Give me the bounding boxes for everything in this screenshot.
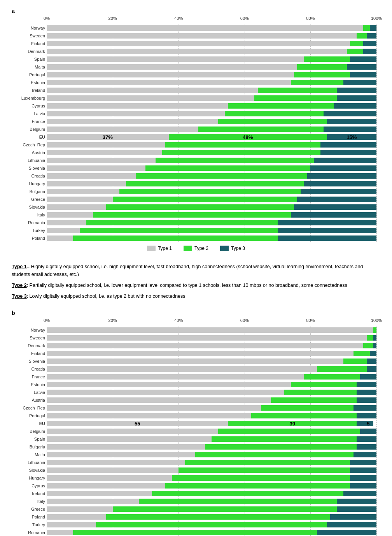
- bar-label-slovenia: Slovenia: [12, 166, 45, 170]
- description: Type 1= Highly digitally equipped school…: [12, 263, 380, 300]
- seg-type2: [343, 359, 366, 364]
- seg-type2: [317, 366, 366, 372]
- bar-row: Belgium: [47, 126, 376, 133]
- seg-type1: [47, 220, 86, 225]
- bar-label-estonia: Estonia: [12, 80, 45, 85]
- axis-b-100: 100%: [371, 318, 382, 323]
- bar-track: [47, 111, 376, 116]
- seg-type2: [178, 467, 350, 473]
- seg-type3: [363, 41, 376, 46]
- bar-label-belgium: Belgium: [12, 127, 45, 132]
- bar-row: Romania: [47, 219, 376, 226]
- seg-type1: [47, 95, 254, 101]
- bar-track: [47, 390, 376, 395]
- legend-type2: Type 2: [184, 246, 208, 251]
- seg-type2: [198, 127, 324, 132]
- bar-track: [47, 33, 376, 39]
- seg-type3: [360, 374, 376, 380]
- bar-label-finland: Finland: [12, 41, 45, 46]
- bar-row: Norway: [47, 327, 376, 334]
- seg-type3: [294, 204, 376, 210]
- bar-track: [47, 41, 376, 46]
- seg-type3: [350, 483, 376, 489]
- bar-row: Poland: [47, 235, 376, 242]
- desc-type1: Type 1= Highly digitally equipped school…: [12, 263, 380, 278]
- seg-type1: [47, 483, 165, 489]
- seg-type2: [228, 421, 357, 426]
- bar-track: [47, 499, 376, 504]
- seg-type1: [47, 530, 73, 535]
- seg-type1: [47, 197, 113, 202]
- bar-track: [47, 228, 376, 233]
- bar-row: EU55395: [47, 420, 376, 427]
- seg-type1: [47, 158, 156, 163]
- seg-type3: [347, 64, 376, 70]
- bar-label-spain: Spain: [12, 437, 45, 441]
- seg-type2: [350, 41, 363, 46]
- seg-type2: [294, 72, 350, 77]
- bar-label-luxembourg: Luxembourg: [12, 96, 45, 100]
- seg-type2: [373, 327, 376, 333]
- bar-row: Latvia: [47, 110, 376, 117]
- seg-type1: [47, 475, 172, 481]
- bar-label-portugal: Portugal: [12, 72, 45, 77]
- seg-type3: [360, 429, 376, 434]
- bar-label-sweden: Sweden: [12, 33, 45, 38]
- bar-track: [47, 197, 376, 202]
- bar-track: [47, 429, 376, 434]
- bar-track: [47, 142, 376, 148]
- seg-type3: [330, 514, 376, 520]
- seg-type3: [320, 150, 376, 155]
- bar-row: Cyprus: [47, 102, 376, 109]
- bar-track: [47, 72, 376, 77]
- seg-type2: [145, 165, 310, 171]
- seg-type3: [373, 335, 376, 341]
- seg-type1: [47, 359, 343, 364]
- bar-row: Finland: [47, 40, 376, 47]
- bar-label-lithuania: Lithuania: [12, 158, 45, 163]
- desc-type2-title: Type 2: [12, 283, 27, 288]
- bar-track: [47, 80, 376, 85]
- seg-type2: [165, 483, 350, 489]
- bar-row: Turkey: [47, 521, 376, 528]
- seg-type1: [47, 80, 291, 85]
- seg-type2: [205, 444, 357, 450]
- seg-type3: [363, 49, 376, 54]
- axis-b-60: 60%: [240, 318, 249, 323]
- bar-row: Estonia: [47, 381, 376, 388]
- bar-track: [47, 460, 376, 465]
- bar-track: [47, 467, 376, 473]
- legend-label-type3: Type 3: [231, 246, 245, 251]
- seg-type3: [343, 80, 376, 85]
- seg-type1: [47, 452, 195, 457]
- seg-type2: [126, 181, 304, 186]
- bar-track: [47, 165, 376, 171]
- seg-type1: [47, 56, 304, 62]
- seg-type3: [337, 95, 376, 101]
- seg-type1: [47, 343, 363, 348]
- bar-label-poland: Poland: [12, 236, 45, 241]
- seg-type2: [228, 103, 333, 109]
- bar-row: Greece: [47, 196, 376, 203]
- bar-label-bulgaria: Bulgaria: [12, 189, 45, 194]
- bar-track: [47, 158, 376, 163]
- seg-type1: [47, 41, 350, 46]
- seg-type3: [357, 436, 376, 442]
- seg-type1: [47, 165, 145, 171]
- seg-type1: [47, 103, 228, 109]
- seg-type1: [47, 181, 126, 186]
- bar-track: [47, 405, 376, 411]
- bar-row: Ireland: [47, 87, 376, 94]
- bar-row: Romania: [47, 529, 376, 536]
- seg-type1: [47, 382, 291, 387]
- seg-type3: [367, 366, 376, 372]
- seg-type3: [357, 444, 376, 450]
- bar-row: Malta: [47, 63, 376, 70]
- seg-type3: [337, 88, 376, 93]
- bar-row: Belgium: [47, 428, 376, 435]
- seg-type3: [367, 33, 376, 39]
- seg-type1: [47, 390, 284, 395]
- chart-b-label: b: [12, 310, 380, 316]
- seg-type1: [47, 204, 106, 210]
- bar-track: [47, 95, 376, 101]
